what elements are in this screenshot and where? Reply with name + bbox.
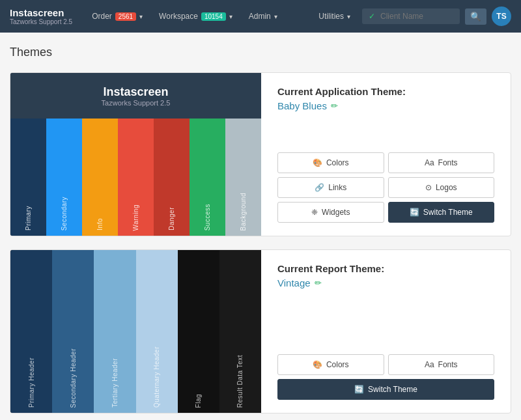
colors-button[interactable]: 🎨Colors (277, 152, 384, 173)
app-color-bars: PrimarySecondaryInfoWarningDangerSuccess… (10, 119, 261, 236)
link-icon: 🔗 (315, 183, 324, 192)
button-label: Colors (326, 158, 349, 167)
edit-icon[interactable]: ✏ (331, 101, 338, 111)
report-theme-buttons: 🎨ColorsAaFonts🔄Switch Theme (277, 354, 494, 400)
color-bar-label: Success (204, 204, 211, 231)
brand: Instascreen Tazworks Support 2.5 (10, 7, 72, 25)
switch-icon: 🔄 (354, 385, 364, 394)
color-bar: Quaternary Header (136, 250, 178, 413)
switch-theme-button[interactable]: 🔄Switch Theme (388, 202, 495, 223)
chevron-down-icon: ▾ (347, 13, 350, 20)
search-bar: ✓ (362, 8, 460, 24)
edit-icon[interactable]: ✏ (315, 278, 322, 288)
color-bar: Flag (178, 250, 219, 413)
app-theme-card: Instascreen Tazworks Support 2.5 Primary… (10, 72, 511, 236)
app-preview-sub: Tazworks Support 2.5 (102, 99, 171, 107)
chevron-down-icon: ▾ (274, 13, 277, 20)
header-right: Utilities ▾ ✓ 🔍 TS (312, 7, 511, 26)
search-button[interactable]: 🔍 (465, 8, 486, 25)
workspace-badge: 10154 (201, 12, 226, 21)
button-label: Switch Theme (368, 385, 417, 394)
color-bar-label: Flag (195, 394, 202, 408)
brand-title: Instascreen (10, 7, 72, 18)
color-bar-label: Primary Header (28, 357, 35, 408)
palette-icon: 🎨 (313, 158, 322, 167)
color-bar: Success (190, 119, 225, 236)
color-bar-label: Warning (132, 204, 139, 231)
nav-order-label: Order (92, 12, 112, 21)
app-theme-buttons: 🎨ColorsAaFonts🔗Links⊙Logos❈Widgets🔄Switc… (277, 152, 494, 223)
nav-utilities[interactable]: Utilities ▾ (312, 8, 357, 24)
button-label: Widgets (322, 208, 350, 217)
nav-admin-label: Admin (249, 12, 271, 21)
links-button[interactable]: 🔗Links (277, 177, 384, 198)
colors-button[interactable]: 🎨Colors (277, 354, 384, 375)
color-bar-label: Background (240, 193, 247, 231)
order-badge: 2561 (115, 12, 136, 21)
report-theme-info: Current Report Theme: Vintage ✏ 🎨ColorsA… (261, 250, 511, 413)
font-icon: Aa (425, 158, 434, 167)
app-theme-info: Current Application Theme: Baby Blues ✏ … (261, 73, 511, 236)
widgets-button[interactable]: ❈Widgets (277, 202, 384, 223)
search-input[interactable] (380, 12, 452, 21)
brand-subtitle: Tazworks Support 2.5 (10, 18, 72, 25)
color-bar: Secondary Header (52, 250, 94, 413)
color-bar: Primary (10, 119, 46, 236)
report-theme-preview: Primary HeaderSecondary HeaderTertiary H… (10, 250, 261, 413)
logos-button[interactable]: ⊙Logos (388, 177, 495, 198)
button-label: Switch Theme (423, 208, 473, 217)
color-bar-label: Primary (25, 206, 32, 231)
color-bar: Warning (118, 119, 154, 236)
report-theme-name: Vintage ✏ (277, 277, 494, 288)
button-label: Links (328, 183, 346, 192)
fonts-button[interactable]: AaFonts (388, 152, 495, 173)
nav-utilities-label: Utilities (318, 12, 344, 21)
color-bar: Background (225, 119, 261, 236)
app-preview-title-area: Instascreen Tazworks Support 2.5 (10, 73, 261, 119)
switch-icon: 🔄 (410, 208, 419, 217)
widget-icon: ❈ (311, 208, 318, 217)
color-bar-label: Danger (168, 207, 175, 231)
chevron-down-icon: ▾ (139, 13, 143, 20)
chevron-down-icon: ▾ (229, 13, 232, 20)
check-icon: ✓ (369, 12, 375, 21)
color-bar-label: Info (96, 218, 104, 231)
nav-order[interactable]: Order 2561 ▾ (85, 8, 149, 24)
app-preview-title: Instascreen (103, 85, 168, 99)
page-content: Themes Instascreen Tazworks Support 2.5 … (0, 33, 521, 420)
header: Instascreen Tazworks Support 2.5 Order 2… (0, 0, 521, 33)
color-bar: Result Data Text (219, 250, 261, 413)
app-theme-section-title: Current Application Theme: (277, 86, 494, 97)
switch-theme-button[interactable]: 🔄Switch Theme (277, 379, 494, 400)
color-bar: Info (82, 119, 118, 236)
color-bar-label: Result Data Text (236, 355, 244, 408)
avatar: TS (492, 7, 511, 26)
report-color-bars: Primary HeaderSecondary HeaderTertiary H… (10, 250, 261, 413)
fonts-button[interactable]: AaFonts (388, 354, 495, 375)
button-label: Fonts (438, 360, 458, 369)
report-theme-card: Primary HeaderSecondary HeaderTertiary H… (10, 249, 511, 413)
button-label: Fonts (438, 158, 458, 167)
palette-icon: 🎨 (313, 360, 322, 369)
report-theme-section-title: Current Report Theme: (277, 263, 494, 274)
color-bar-label: Tertiary Header (111, 358, 119, 408)
logo-icon: ⊙ (425, 183, 432, 192)
app-theme-name: Baby Blues ✏ (277, 100, 494, 111)
color-bar-label: Secondary Header (70, 348, 77, 408)
color-bar: Tertiary Header (94, 250, 135, 413)
color-bar: Primary Header (10, 250, 52, 413)
page-title: Themes (10, 46, 511, 59)
color-bar-label: Quaternary Header (153, 346, 160, 408)
header-nav: Order 2561 ▾ Workspace 10154 ▾ Admin ▾ (85, 8, 299, 24)
color-bar: Secondary (46, 119, 82, 236)
nav-workspace[interactable]: Workspace 10154 ▾ (152, 8, 239, 24)
button-label: Colors (326, 360, 349, 369)
color-bar-label: Secondary (61, 197, 68, 231)
color-bar: Danger (154, 119, 190, 236)
font-icon: Aa (425, 360, 434, 369)
nav-workspace-label: Workspace (159, 12, 198, 21)
app-theme-preview: Instascreen Tazworks Support 2.5 Primary… (10, 73, 261, 236)
nav-admin[interactable]: Admin ▾ (242, 8, 284, 24)
button-label: Logos (436, 183, 457, 192)
